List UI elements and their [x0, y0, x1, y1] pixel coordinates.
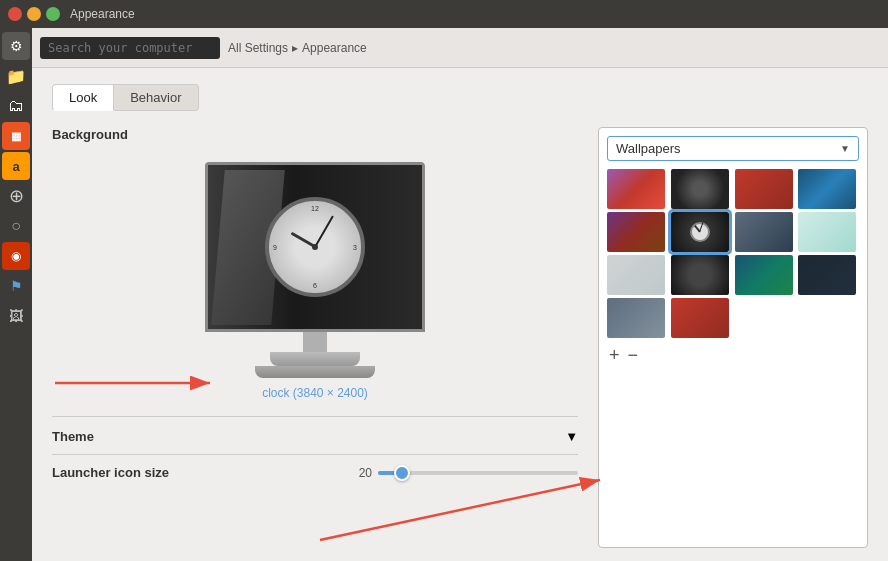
wallpaper-thumb-3[interactable]	[735, 169, 793, 209]
wallpaper-thumb-5[interactable]	[607, 212, 665, 252]
monitor-screen: 12 6 3 9	[208, 165, 422, 329]
wallpaper-source-label: Wallpapers	[616, 141, 681, 156]
window-title: Appearance	[70, 7, 135, 21]
sidebar-icon-settings[interactable]: ⚙	[2, 32, 30, 60]
image-label: clock (3840 × 2400)	[262, 386, 368, 400]
window-controls[interactable]	[8, 7, 60, 21]
wallpaper-thumb-14[interactable]	[671, 298, 729, 338]
wallpaper-thumb-2[interactable]	[671, 169, 729, 209]
remove-wallpaper-button[interactable]: −	[628, 346, 639, 364]
title-bar: Appearance	[0, 0, 888, 28]
wallpaper-thumb-11[interactable]	[735, 255, 793, 295]
monitor-preview: 12 6 3 9 clock (3840 × 2400)	[52, 162, 578, 400]
right-column: Wallpapers ▼	[598, 127, 868, 548]
sidebar: ⚙ 📁 🗂 ▦ a ⊕ ○ ◉ ⚑ 🖼	[0, 28, 32, 561]
maximize-button[interactable]	[46, 7, 60, 21]
launcher-slider[interactable]	[378, 471, 578, 475]
main-content: Search your computer All Settings ▸ Appe…	[32, 28, 888, 561]
background-label: Background	[52, 127, 578, 142]
monitor-neck	[303, 332, 327, 352]
add-wallpaper-button[interactable]: +	[609, 346, 620, 364]
wallpaper-actions: + −	[607, 346, 859, 364]
tab-look[interactable]: Look	[52, 84, 114, 111]
wallpaper-thumb-7[interactable]	[735, 212, 793, 252]
wallpaper-thumb-9[interactable]	[607, 255, 665, 295]
sidebar-icon-folder[interactable]: 📁	[2, 62, 30, 90]
sidebar-icon-apps[interactable]: ▦	[2, 122, 30, 150]
left-column: Background 12	[52, 127, 578, 548]
launcher-section: Launcher icon size 20	[52, 454, 578, 480]
close-button[interactable]	[8, 7, 22, 21]
launcher-label: Launcher icon size	[52, 465, 169, 480]
wallpaper-thumb-13[interactable]	[607, 298, 665, 338]
tab-behavior[interactable]: Behavior	[114, 84, 198, 111]
wallpaper-grid	[607, 169, 859, 338]
breadcrumb-appearance[interactable]: Appearance	[302, 41, 367, 55]
wallpaper-panel: Wallpapers ▼	[598, 127, 868, 548]
toolbar: Search your computer All Settings ▸ Appe…	[32, 28, 888, 68]
tab-bar: Look Behavior	[52, 84, 868, 111]
dropdown-arrow-theme: ▼	[565, 429, 578, 444]
sidebar-icon-files[interactable]: 🗂	[2, 92, 30, 120]
sidebar-icon-amazon[interactable]: a	[2, 152, 30, 180]
breadcrumb-all-settings[interactable]: All Settings	[228, 41, 288, 55]
theme-section: Theme ▼	[52, 416, 578, 444]
sidebar-icon-tag[interactable]: ⚑	[2, 272, 30, 300]
content-area: Look Behavior Background	[32, 68, 888, 561]
sidebar-icon-circle[interactable]: ○	[2, 212, 30, 240]
wallpaper-thumb-6[interactable]	[671, 212, 729, 252]
sidebar-icon-prefs[interactable]: ⊕	[2, 182, 30, 210]
wallpaper-thumb-8[interactable]	[798, 212, 856, 252]
sidebar-icon-photo[interactable]: 🖼	[2, 302, 30, 330]
wallpaper-thumb-1[interactable]	[607, 169, 665, 209]
launcher-controls: 20	[352, 466, 578, 480]
theme-label: Theme	[52, 429, 94, 444]
slider-value: 20	[352, 466, 372, 480]
slider-thumb[interactable]	[394, 465, 410, 481]
search-input[interactable]: Search your computer	[40, 37, 220, 59]
monitor-base	[255, 366, 375, 378]
wallpaper-thumb-10[interactable]	[671, 255, 729, 295]
theme-dropdown[interactable]: ▼	[565, 429, 578, 444]
wallpaper-thumb-4[interactable]	[798, 169, 856, 209]
wallpaper-dropdown[interactable]: Wallpapers ▼	[607, 136, 859, 161]
monitor-stand	[270, 352, 360, 366]
wallpaper-dropdown-arrow: ▼	[840, 143, 850, 154]
breadcrumb-separator: ▸	[292, 41, 298, 55]
minimize-button[interactable]	[27, 7, 41, 21]
monitor-frame: 12 6 3 9	[205, 162, 425, 332]
wallpaper-thumb-12[interactable]	[798, 255, 856, 295]
two-col-layout: Background 12	[52, 127, 868, 548]
clock-image: 12 6 3 9	[265, 197, 365, 297]
sidebar-icon-app2[interactable]: ◉	[2, 242, 30, 270]
breadcrumb: All Settings ▸ Appearance	[228, 41, 367, 55]
